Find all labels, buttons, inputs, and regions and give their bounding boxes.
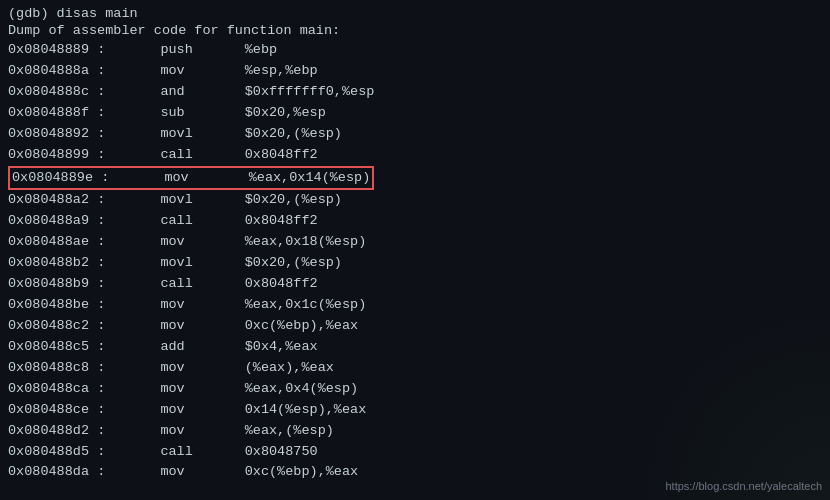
line-opcode: mov: [160, 61, 220, 82]
terminal-window: (gdb) disas main Dump of assembler code …: [0, 0, 830, 500]
line-opcode: call: [160, 274, 220, 295]
line-opcode: mov: [160, 232, 220, 253]
assembly-line: 0x080488c5 : add $0x4,%eax: [8, 337, 822, 358]
line-address: 0x08048889 :: [8, 40, 128, 61]
line-args: %eax,0x14(%esp): [249, 168, 371, 189]
line-args: 0x8048ff2: [245, 145, 318, 166]
line-opcode: mov: [164, 168, 224, 189]
line-address: 0x080488be :: [8, 295, 128, 316]
line-opcode: mov: [160, 421, 220, 442]
line-address: 0x080488d2 :: [8, 421, 128, 442]
line-args: %ebp: [245, 40, 277, 61]
line-args: %esp,%ebp: [245, 61, 318, 82]
line-address: 0x08048892 :: [8, 124, 128, 145]
assembly-line: 0x080488ae : mov %eax,0x18(%esp): [8, 232, 822, 253]
line-args: $0x20,(%esp): [245, 124, 342, 145]
line-opcode: mov: [160, 400, 220, 421]
assembly-line: 0x08048892 : movl $0x20,(%esp): [8, 124, 822, 145]
line-address: 0x080488ce :: [8, 400, 128, 421]
assembly-line: 0x080488c8 : mov (%eax),%eax: [8, 358, 822, 379]
line-address: 0x080488a9 :: [8, 211, 128, 232]
line-address: 0x08048899 :: [8, 145, 128, 166]
assembly-line: 0x0804888a : mov %esp,%ebp: [8, 61, 822, 82]
line-args: %eax,0x1c(%esp): [245, 295, 367, 316]
line-address: 0x0804888c :: [8, 82, 128, 103]
line-opcode: mov: [160, 295, 220, 316]
assembly-line: 0x080488a2 : movl $0x20,(%esp): [8, 190, 822, 211]
line-opcode: push: [160, 40, 220, 61]
line-address: 0x080488b9 :: [8, 274, 128, 295]
assembly-line: 0x080488ce : mov 0x14(%esp),%eax: [8, 400, 822, 421]
line-opcode: mov: [160, 379, 220, 400]
line-address: 0x0804888f :: [8, 103, 128, 124]
line-address: 0x080488c8 :: [8, 358, 128, 379]
line-opcode: mov: [160, 462, 220, 483]
line-address: 0x080488b2 :: [8, 253, 128, 274]
assembly-line: 0x08048889 : push %ebp: [8, 40, 822, 61]
assembly-line: 0x080488b9 : call 0x8048ff2: [8, 274, 822, 295]
gdb-prompt: (gdb) disas main: [8, 6, 822, 21]
assembly-line: 0x080488d2 : mov %eax,(%esp): [8, 421, 822, 442]
line-opcode: mov: [160, 316, 220, 337]
assembly-line: 0x080488c2 : mov 0xc(%ebp),%eax: [8, 316, 822, 337]
line-opcode: movl: [160, 253, 220, 274]
assembly-line: 0x0804888f : sub $0x20,%esp: [8, 103, 822, 124]
line-address: 0x080488ae :: [8, 232, 128, 253]
line-address: 0x080488c2 :: [8, 316, 128, 337]
line-args: $0x20,(%esp): [245, 190, 342, 211]
line-args: 0xc(%ebp),%eax: [245, 316, 358, 337]
line-args: 0x8048ff2: [245, 211, 318, 232]
assembly-line: 0x080488a9 : call 0x8048ff2: [8, 211, 822, 232]
line-args: $0x4,%eax: [245, 337, 318, 358]
dump-header: Dump of assembler code for function main…: [8, 23, 822, 38]
line-args: %eax,(%esp): [245, 421, 334, 442]
line-opcode: sub: [160, 103, 220, 124]
line-opcode: movl: [160, 190, 220, 211]
line-address: 0x080488c5 :: [8, 337, 128, 358]
line-opcode: and: [160, 82, 220, 103]
line-args: %eax,0x18(%esp): [245, 232, 367, 253]
line-args: 0x8048750: [245, 442, 318, 463]
line-args: (%eax),%eax: [245, 358, 334, 379]
line-args: 0x14(%esp),%eax: [245, 400, 367, 421]
assembly-line: 0x080488ca : mov %eax,0x4(%esp): [8, 379, 822, 400]
line-args: 0x8048ff2: [245, 274, 318, 295]
line-opcode: call: [160, 211, 220, 232]
line-opcode: movl: [160, 124, 220, 145]
assembly-line: 0x0804889e : mov %eax,0x14(%esp): [8, 166, 374, 191]
assembly-line: 0x08048899 : call 0x8048ff2: [8, 145, 822, 166]
line-opcode: add: [160, 337, 220, 358]
assembly-line: 0x080488b2 : movl $0x20,(%esp): [8, 253, 822, 274]
line-opcode: call: [160, 145, 220, 166]
line-args: 0xc(%ebp),%eax: [245, 462, 358, 483]
assembly-line: 0x080488d5 : call 0x8048750: [8, 442, 822, 463]
assembly-listing: 0x08048889 : push %ebp0x0804888a : mov %…: [8, 40, 822, 483]
line-address: 0x080488da :: [8, 462, 128, 483]
watermark: https://blog.csdn.net/yalecaltech: [665, 480, 822, 492]
line-opcode: call: [160, 442, 220, 463]
assembly-line: 0x0804888c : and $0xfffffff0,%esp: [8, 82, 822, 103]
assembly-line: 0x080488be : mov %eax,0x1c(%esp): [8, 295, 822, 316]
line-opcode: mov: [160, 358, 220, 379]
line-args: $0x20,(%esp): [245, 253, 342, 274]
line-address: 0x080488a2 :: [8, 190, 128, 211]
line-address: 0x080488d5 :: [8, 442, 128, 463]
line-address: 0x080488ca :: [8, 379, 128, 400]
line-address: 0x0804888a :: [8, 61, 128, 82]
line-args: %eax,0x4(%esp): [245, 379, 358, 400]
line-args: $0xfffffff0,%esp: [245, 82, 375, 103]
line-args: $0x20,%esp: [245, 103, 326, 124]
line-address: 0x0804889e :: [12, 168, 132, 189]
